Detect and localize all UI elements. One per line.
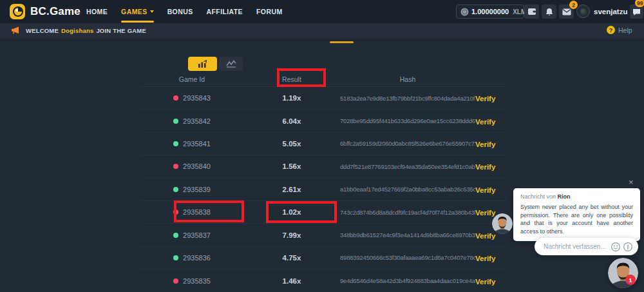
chat-message-header: Nachricht von Rion (520, 193, 633, 200)
hash-value: 8988392450666c53f30afaaaea69c1d6a7c0407e… (340, 254, 475, 261)
nav-item-games[interactable]: GAMES (121, 0, 154, 23)
game-id-cell: 2935839 (140, 186, 243, 193)
game-id: 2935839 (183, 186, 211, 193)
coin-icon (460, 8, 469, 16)
nav-item-bonus[interactable]: BONUS (167, 0, 193, 23)
bar-chart-icon (197, 60, 208, 68)
table-row: 2935836 4.75x 8988392450666c53f30afaaaea… (140, 247, 506, 269)
table-row: 2935840 1.56x ddd7f521e87769103ecf94ea35… (140, 155, 506, 178)
brand-logo[interactable]: BC.Game (9, 3, 80, 20)
bc-game-logo-icon (9, 3, 26, 20)
chat-sender-avatar[interactable] (492, 213, 513, 234)
mail-icon (562, 8, 571, 15)
game-id: 2935836 (183, 254, 211, 262)
username: svenjatzu (594, 8, 627, 15)
annotation-box-result-value (266, 201, 337, 223)
nav-item-label: AFFILIATE (207, 8, 243, 15)
status-dot (173, 141, 178, 146)
result-value: 4.75x (243, 254, 340, 262)
game-history-table: 2935843 1.19x 5183a2ea7e9d8e13fb79bbf21b… (140, 87, 506, 292)
hash-value: 5183a2ea7e9d8e13fb79bbf21bc9ffc804dada4a… (340, 95, 475, 102)
result-value: 1.19x (243, 94, 340, 102)
status-dot (173, 164, 178, 169)
chat-close-icon[interactable]: × (629, 178, 634, 186)
verify-link[interactable]: Verify (475, 209, 495, 217)
table-row: 2935841 5.05x 6bffc2a59159d2060d0abc85f5… (140, 133, 506, 155)
brand-name: BC.Game (30, 5, 80, 18)
chat-message-input[interactable] (542, 242, 611, 251)
verify-link[interactable]: Verify (475, 163, 495, 171)
trends-toggle[interactable] (219, 57, 243, 71)
result-value: 1.56x (243, 162, 340, 170)
table-row: 2935837 7.99x 348bb9db61527e4c9f3e4a1414… (140, 224, 506, 246)
game-id-cell: 2935840 (140, 162, 243, 170)
result-value: 6.04x (243, 117, 340, 125)
help-label: Help (618, 26, 632, 34)
game-id: 2935843 (183, 94, 211, 102)
content-divider (0, 40, 644, 41)
nav-item-label: BONUS (167, 8, 193, 15)
welcome-suffix: JOIN THE GAME (96, 27, 146, 34)
info-icon[interactable] (623, 242, 633, 252)
emoji-icon[interactable] (611, 242, 621, 252)
user-avatar (576, 5, 590, 18)
hash-value: 9e4d6546d4e58a42d3b4f924883baa4daac019ce… (340, 277, 475, 284)
active-tab-indicator (330, 41, 354, 43)
chat-message-bubble: Nachricht von Rion System never placed a… (513, 188, 640, 241)
game-id-cell: 2935836 (140, 254, 243, 262)
game-id: 2935835 (183, 277, 211, 285)
table-row: 2935843 1.19x 5183a2ea7e9d8e13fb79bbf21b… (140, 87, 506, 110)
table-row: 2935835 1.46x 9e4d6546d4e58a42d3b4f92488… (140, 269, 506, 292)
chat-badge: 99 (635, 0, 644, 7)
result-value: 2.61x (243, 186, 340, 193)
verify-link[interactable]: Verify (475, 141, 495, 148)
chat-input-bar (535, 238, 638, 255)
nav-item-forum[interactable]: FORUM (256, 0, 283, 23)
nav-item-home[interactable]: HOME (86, 0, 108, 23)
verify-link[interactable]: Verify (475, 278, 495, 286)
bell-icon (545, 8, 553, 16)
header-hash: Hash (340, 75, 475, 83)
verify-link[interactable]: Verify (475, 95, 495, 102)
announcement-text: WELCOME Dogishans JOIN THE GAME (26, 27, 146, 34)
verify-link[interactable]: Verify (475, 232, 495, 240)
welcome-label: WELCOME (26, 27, 59, 34)
megaphone-icon (10, 26, 21, 35)
status-dot (173, 95, 178, 101)
user-menu[interactable]: svenjatzu (576, 5, 638, 18)
nav-item-label: GAMES (121, 8, 147, 15)
bc-game-screen: BC.Game HOME GAMES BONUS AFFILIATE FORUM… (0, 0, 644, 292)
my-bets-toggle[interactable] (188, 57, 217, 71)
wallet-icon (527, 8, 536, 15)
hash-value: 743c2d874b6d8a8dcdf9fc19acf4d70f74f12a38… (340, 209, 475, 216)
notifications-button[interactable] (542, 5, 556, 19)
game-id: 2935837 (183, 231, 211, 239)
header-game-id: Game Id (140, 75, 243, 83)
game-id-cell: 2935835 (140, 277, 243, 285)
table-row: 2935842 6.04x 7028be95dd95f441b633d6d296… (140, 110, 506, 132)
verify-link[interactable]: Verify (475, 118, 495, 126)
hash-value: 6bffc2a59159d2060d0abc85f526e6be676e5590… (340, 140, 475, 147)
status-dot (173, 278, 178, 284)
balance-selector[interactable]: 1.00000000 XLM (456, 5, 524, 19)
help-button[interactable]: ? Help (607, 26, 632, 34)
game-id: 2935841 (183, 140, 211, 148)
game-id: 2935840 (183, 162, 211, 170)
chevron-down-icon (150, 10, 154, 13)
history-view-toggles (188, 57, 243, 71)
nav-item-affiliate[interactable]: AFFILIATE (207, 0, 243, 23)
balance-amount: 1.00000000 (471, 8, 509, 15)
wallet-button[interactable] (524, 5, 539, 19)
chat-sender-name: Rion (558, 193, 571, 200)
game-id-cell: 2935843 (140, 94, 243, 102)
chat-message-text: System never placed any bet without your… (520, 203, 633, 235)
verify-link[interactable]: Verify (475, 186, 495, 194)
verify-link[interactable]: Verify (475, 255, 495, 262)
game-id: 2935842 (183, 117, 211, 125)
mail-badge: 2 (569, 1, 578, 9)
hash-value: 348bb9db61527e4c9f3e4a1414d9b8ba66ce8970… (340, 231, 475, 238)
status-dot (173, 255, 178, 260)
game-id-cell: 2935841 (140, 140, 243, 148)
nav-item-label: FORUM (256, 8, 283, 15)
game-id-cell: 2935837 (140, 231, 243, 239)
